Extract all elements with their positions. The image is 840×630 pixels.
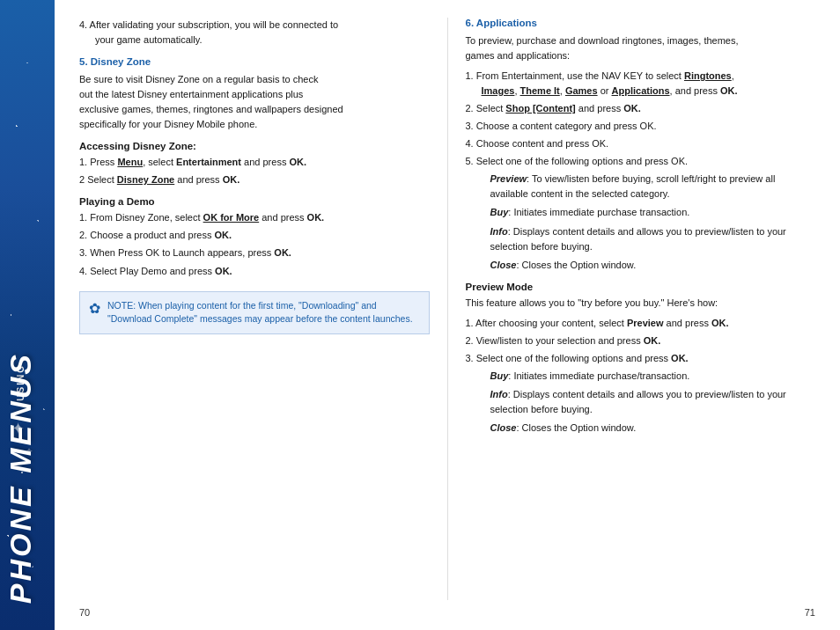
accessing-step1: 1. Press Menu, select Entertainment and … bbox=[79, 155, 430, 170]
preview-option: Preview: To view/listen before buying, s… bbox=[466, 172, 816, 201]
r-step3: 3. Choose a content category and press O… bbox=[466, 119, 816, 134]
r-step4: 4. Choose content and press OK. bbox=[466, 136, 816, 151]
main-content: 4. After validating your subscription, y… bbox=[55, 0, 840, 630]
columns-wrapper: 4. After validating your subscription, y… bbox=[55, 18, 840, 600]
playing-step1: 1. From Disney Zone, select OK for More … bbox=[79, 210, 430, 225]
pm-step1: 1. After choosing your content, select P… bbox=[466, 316, 816, 331]
preview-mode-heading: Preview Mode bbox=[466, 282, 816, 292]
note-box: ✿ NOTE: When playing content for the fir… bbox=[79, 291, 430, 335]
buy-option: Buy: Initiates immediate purchase transa… bbox=[466, 205, 816, 220]
close-option: Close: Closes the Option window. bbox=[466, 258, 816, 273]
right-page-number: 71 bbox=[805, 607, 815, 618]
r-step5: 5. Select one of the following options a… bbox=[466, 154, 816, 169]
section6-heading: 6. Applications bbox=[466, 18, 816, 28]
section6-intro: To preview, purchase and download ringto… bbox=[466, 33, 816, 63]
playing-step3: 3. When Press OK to Launch appears, pres… bbox=[79, 245, 430, 260]
pm-buy-option: Buy: Initiates immediate purchase/transa… bbox=[466, 369, 816, 384]
pm-step3: 3. Select one of the following options a… bbox=[466, 351, 816, 366]
playing-step4: 4. Select Play Demo and press OK. bbox=[79, 264, 430, 279]
intro-line: 4. After validating your subscription, y… bbox=[79, 18, 430, 48]
info-option: Info: Displays content details and allow… bbox=[466, 224, 816, 254]
section5-heading: 5. Disney Zone bbox=[79, 56, 430, 67]
right-column: 6. Applications To preview, purchase and… bbox=[448, 18, 841, 600]
section5-body: Be sure to visit Disney Zone on a regula… bbox=[79, 72, 430, 132]
note-icon: ✿ bbox=[89, 300, 100, 317]
playing-heading: Playing a Demo bbox=[79, 196, 430, 207]
sidebar: USING PHONE MENUS bbox=[0, 0, 55, 630]
left-column: 4. After validating your subscription, y… bbox=[55, 18, 448, 600]
accessing-heading: Accessing Disney Zone: bbox=[79, 141, 430, 151]
note-text: NOTE: When playing content for the first… bbox=[107, 299, 420, 327]
pm-close-option: Close: Closes the Option window. bbox=[466, 421, 816, 436]
pm-info-option: Info: Displays content details and allow… bbox=[466, 387, 816, 417]
pm-step2: 2. View/listen to your selection and pre… bbox=[466, 333, 816, 348]
page-footer: 70 71 bbox=[55, 600, 840, 621]
left-page-number: 70 bbox=[79, 607, 90, 618]
sidebar-phone-menus-label: PHONE MENUS bbox=[4, 352, 38, 604]
accessing-step2: 2 Select Disney Zone and press OK. bbox=[79, 172, 430, 187]
r-step1: 1. From Entertainment, use the NAV KEY t… bbox=[466, 69, 816, 99]
preview-mode-intro: This feature allows you to "try before y… bbox=[466, 296, 816, 311]
playing-step2: 2. Choose a product and press OK. bbox=[79, 228, 430, 243]
r-step2: 2. Select Shop [Content] and press OK. bbox=[466, 101, 816, 116]
